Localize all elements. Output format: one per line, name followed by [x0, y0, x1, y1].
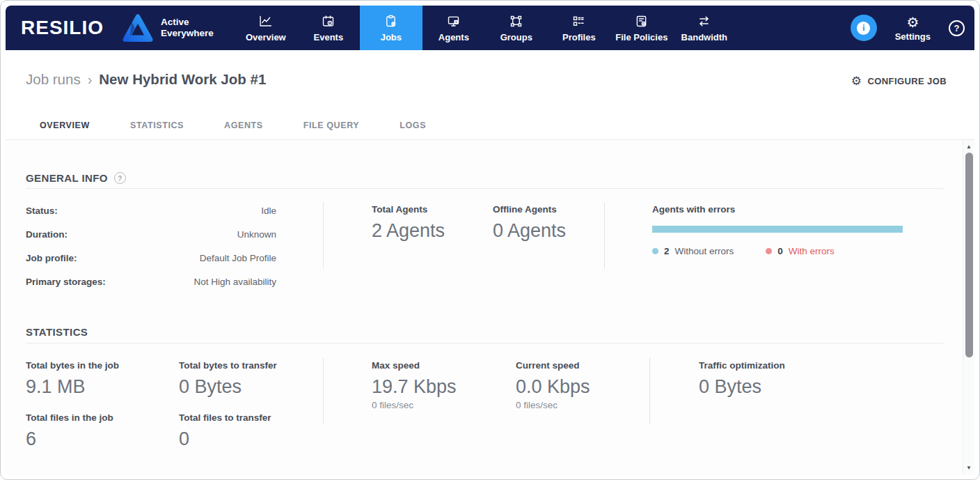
total-agents-value: 2 Agents — [372, 219, 445, 242]
group-nodes-icon — [509, 14, 523, 29]
section-divider — [26, 188, 943, 189]
breadcrumb-job-runs[interactable]: Job runs — [26, 70, 81, 89]
agents-with-errors-widget: Agents with errors 2 Without errors 0 Wi… — [652, 204, 903, 256]
gear-icon: ⚙ — [906, 15, 919, 30]
total-files-in-job-stat: Total files in the job 6 — [26, 412, 113, 450]
transfer-arrows-icon — [697, 14, 711, 29]
info-icon: i — [857, 22, 870, 35]
nav-menu: Overview Events — [235, 6, 736, 50]
legend-with-errors: 0 With errors — [766, 246, 835, 256]
job-tabs: OVERVIEW STATISTICS AGENTS FILE QUERY LO… — [26, 114, 452, 141]
nav-right-actions: i ⚙ Settings ? — [851, 6, 974, 50]
total-files-to-transfer-value: 0 — [179, 428, 271, 450]
product-name: Active Everywhere — [161, 17, 214, 38]
current-speed-files-per-sec: 0 files/sec — [516, 399, 590, 412]
list-settings-icon — [571, 14, 586, 29]
gear-icon: ⚙ — [851, 73, 862, 88]
nav-item-overview[interactable]: Overview — [235, 6, 297, 50]
max-speed-stat: Max speed 19.7 Kbps 0 files/sec — [372, 360, 457, 412]
field-status: Status: Idle — [26, 206, 276, 217]
vertical-divider — [323, 203, 324, 269]
agents-errors-legend: 2 Without errors 0 With errors — [652, 246, 903, 256]
scroll-up-icon[interactable] — [963, 144, 974, 150]
nav-item-groups[interactable]: Groups — [485, 6, 548, 50]
app-window: RESILIO Active Everywhere — [0, 0, 980, 480]
max-speed-files-per-sec: 0 files/sec — [372, 399, 457, 412]
max-speed-value: 19.7 Kbps — [372, 376, 457, 398]
breadcrumb: Job runs › New Hybrid Work Job #1 — [26, 70, 266, 89]
primary-storages-value: Not High availability — [193, 277, 276, 288]
total-files-in-job-value: 6 — [26, 428, 113, 450]
nav-item-bandwidth[interactable]: Bandwidth — [673, 6, 736, 50]
chevron-right-icon: › — [88, 70, 93, 89]
vertical-divider — [604, 203, 605, 269]
general-info-section-title: GENERAL INFO ? — [26, 172, 126, 184]
section-divider — [26, 343, 943, 343]
field-primary-storages: Primary storages: Not High availability — [26, 277, 276, 288]
status-value: Idle — [261, 206, 276, 217]
clipboard-icon — [384, 14, 398, 29]
file-gear-icon — [634, 14, 649, 29]
traffic-optimization-stat: Traffic optimization 0 Bytes — [699, 360, 785, 398]
page-title: New Hybrid Work Job #1 — [99, 70, 266, 89]
agents-errors-bar — [652, 226, 903, 233]
nav-item-jobs[interactable]: Jobs — [360, 6, 422, 50]
offline-agents-stat: Offline Agents 0 Agents — [493, 204, 566, 242]
nav-item-events[interactable]: Events — [297, 6, 360, 50]
nav-item-profiles[interactable]: Profiles — [548, 6, 610, 50]
job-profile-value: Default Job Profile — [200, 253, 276, 264]
tab-file-query[interactable]: FILE QUERY — [290, 114, 374, 141]
blue-dot-icon — [652, 248, 658, 254]
info-button[interactable]: i — [851, 15, 877, 41]
statistics-section-title: STATISTICS — [26, 326, 88, 338]
overview-tab-panel: GENERAL INFO ? Status: Idle Duration: Un… — [6, 140, 974, 474]
field-duration: Duration: Unknown — [26, 229, 276, 240]
vertical-divider — [323, 357, 324, 424]
general-info-help-icon[interactable]: ? — [114, 172, 126, 184]
resilio-logo-icon — [122, 13, 154, 42]
vertical-divider — [649, 357, 650, 424]
total-files-to-transfer-stat: Total files to transfer 0 — [179, 412, 271, 450]
monitor-icon — [446, 14, 461, 29]
total-bytes-to-transfer-stat: Total bytes to transfer 0 Bytes — [179, 360, 277, 398]
tab-statistics[interactable]: STATISTICS — [116, 114, 198, 141]
resilio-wordmark: RESILIO — [21, 17, 104, 39]
nav-item-settings[interactable]: ⚙ Settings — [895, 15, 931, 42]
field-job-profile: Job profile: Default Job Profile — [26, 253, 276, 264]
duration-value: Unknown — [237, 229, 276, 240]
total-agents-stat: Total Agents 2 Agents — [372, 204, 445, 242]
legend-without-errors: 2 Without errors — [652, 246, 734, 256]
calendar-clock-icon — [321, 14, 335, 29]
offline-agents-value: 0 Agents — [493, 219, 566, 242]
vertical-scrollbar[interactable] — [963, 140, 974, 474]
chart-line-icon — [258, 14, 273, 29]
scroll-down-icon[interactable] — [963, 465, 974, 471]
scrollbar-thumb[interactable] — [965, 153, 973, 357]
question-icon: ? — [954, 23, 960, 33]
current-speed-stat: Current speed 0.0 Kbps 0 files/sec — [516, 360, 590, 412]
tab-agents[interactable]: AGENTS — [210, 114, 277, 141]
top-nav: RESILIO Active Everywhere — [6, 6, 974, 50]
total-bytes-to-transfer-value: 0 Bytes — [179, 376, 277, 398]
traffic-optimization-value: 0 Bytes — [699, 376, 785, 398]
agents-errors-bar-fill — [652, 226, 903, 233]
nav-item-agents[interactable]: Agents — [422, 6, 485, 50]
nav-item-file-policies[interactable]: File Policies — [610, 6, 673, 50]
general-info-fields: Status: Idle Duration: Unknown Job profi… — [26, 206, 276, 288]
tab-overview[interactable]: OVERVIEW — [26, 114, 104, 141]
total-bytes-in-job-stat: Total bytes in the job 9.1 MB — [26, 360, 119, 398]
current-speed-value: 0.0 Kbps — [516, 376, 590, 398]
red-dot-icon — [766, 248, 772, 254]
tab-logs[interactable]: LOGS — [386, 114, 440, 141]
total-bytes-in-job-value: 9.1 MB — [26, 376, 119, 398]
configure-job-button[interactable]: ⚙ CONFIGURE JOB — [851, 73, 947, 88]
help-button[interactable]: ? — [949, 20, 965, 36]
